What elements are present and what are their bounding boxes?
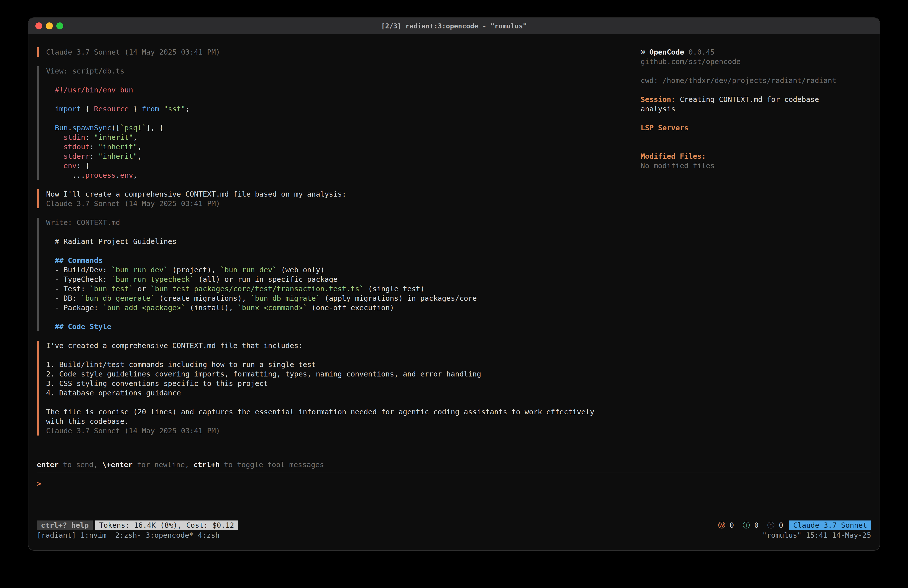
- minimize-button[interactable]: [46, 23, 53, 29]
- text-segment: ([: [111, 124, 120, 132]
- text-line: Claude 3.7 Sonnet (14 May 2025 03:41 PM): [46, 426, 641, 435]
- text-line: No modified files: [641, 161, 871, 171]
- text-segment: `bun db migrate`: [251, 294, 320, 303]
- text-segment: [46, 152, 64, 161]
- text-segment: ⓘ: [742, 521, 750, 530]
- text-segment: I've created a comprehensive CONTEXT.md …: [46, 342, 303, 350]
- text-line: The file is concise (20 lines) and captu…: [46, 407, 641, 417]
- text-segment: 1. Build/lint/test commands including ho…: [46, 360, 316, 369]
- text-segment: (install),: [185, 303, 238, 312]
- text-segment: [46, 133, 64, 142]
- text-segment: env: [120, 171, 133, 179]
- text-segment: 1:nvim: [80, 531, 115, 540]
- assistant-header: Claude 3.7 Sonnet (14 May 2025 03:41 PM): [37, 47, 641, 57]
- text-segment: # Radiant Project Guidelines: [46, 237, 177, 246]
- text-line: 3. CSS styling conventions specific to t…: [46, 379, 641, 388]
- tmux-status-bar: [radiant] 1:nvim 2:zsh- 3:opencode* 4:zs…: [37, 530, 871, 540]
- close-button[interactable]: [35, 23, 42, 29]
- text-line: I've created a comprehensive CONTEXT.md …: [46, 341, 641, 350]
- chat-area: Claude 3.7 Sonnet (14 May 2025 03:41 PM)…: [37, 47, 641, 460]
- text-segment: - DB:: [46, 294, 81, 303]
- text-segment: 3. CSS styling conventions specific to t…: [46, 379, 268, 388]
- text-line: env: {: [46, 161, 641, 171]
- text-line: [46, 76, 641, 85]
- prompt-symbol: >: [37, 479, 41, 488]
- text-segment: .: [68, 124, 72, 132]
- text-segment: Claude 3.7 Sonnet (14 May 2025 03:41 PM): [46, 199, 220, 208]
- prompt-input[interactable]: >: [37, 472, 871, 520]
- text-segment: Write: CONTEXT.md: [46, 218, 120, 227]
- text-segment: ...: [46, 171, 85, 179]
- text-segment: Bun: [55, 124, 68, 132]
- text-line: - DB: `bun db generate` (create migratio…: [46, 293, 641, 303]
- text-segment: 0.0.45: [684, 48, 715, 56]
- text-segment: View: script/db.ts: [46, 67, 124, 75]
- text-segment: (create migrations),: [155, 294, 251, 303]
- text-line: LSP Servers: [641, 123, 871, 132]
- text-segment: `bun db generate`: [81, 294, 155, 303]
- text-segment: `bun run typecheck`: [111, 275, 194, 284]
- text-segment: © OpenCode: [641, 48, 684, 56]
- text-segment: or: [133, 285, 150, 293]
- text-segment: [46, 124, 55, 132]
- text-segment: stdin: [64, 133, 85, 142]
- text-line: Claude 3.7 Sonnet (14 May 2025 03:41 PM): [46, 47, 641, 57]
- text-segment: 0: [774, 521, 783, 530]
- text-line: Write: CONTEXT.md: [46, 218, 641, 227]
- text-segment: `bun run dev`: [220, 266, 277, 274]
- text-segment: (all) or run in specific package: [194, 275, 338, 284]
- text-segment: ,: [133, 133, 137, 142]
- zoom-button[interactable]: [56, 23, 63, 29]
- text-segment: - TypeCheck:: [46, 275, 111, 284]
- text-segment: to send,: [58, 461, 102, 469]
- text-line: github.com/sst/opencode: [641, 57, 871, 66]
- text-segment: 0: [725, 521, 743, 530]
- text-segment: :: [90, 152, 98, 161]
- text-line: [46, 350, 641, 360]
- text-line: import { Resource } from "sst";: [46, 104, 641, 114]
- text-segment: `bun test packages/core/test/transaction…: [150, 285, 364, 293]
- text-line: cwd: /home/thdxr/dev/projects/radiant/ra…: [641, 76, 871, 85]
- text-segment: [46, 322, 55, 331]
- text-segment: spawnSync: [72, 124, 111, 132]
- text-line: [46, 246, 641, 256]
- text-segment: 2. Code style guidelines covering import…: [46, 370, 481, 378]
- text-segment: - Test:: [46, 285, 90, 293]
- text-segment: `psql`: [120, 124, 146, 132]
- text-line: 4. Database operations guidance: [46, 388, 641, 398]
- text-segment: 0: [750, 521, 767, 530]
- text-line: - Test: `bun test` or `bun test packages…: [46, 284, 641, 293]
- text-line: [641, 142, 871, 151]
- text-segment: for newline,: [132, 461, 193, 469]
- text-segment: (web only): [277, 266, 324, 274]
- tool-message-view-db: View: script/db.ts #!/usr/bin/env bun im…: [37, 66, 641, 180]
- text-segment: 4:zsh: [198, 531, 219, 540]
- text-line: Now I'll create a comprehensive CONTEXT.…: [46, 189, 641, 199]
- text-segment: ,: [133, 171, 137, 179]
- text-segment: cwd: /home/thdxr/dev/projects/radiant/ra…: [641, 76, 837, 85]
- diagnostics-counters: Ⓦ 0 ⓘ 0 ⓗ 0: [718, 520, 783, 530]
- text-line: [46, 95, 641, 104]
- text-segment: [46, 256, 55, 264]
- status-bar: ctrl+? help Tokens: 16.4K (8%), Cost: $0…: [37, 520, 871, 530]
- text-line: - Build/Dev: `bun run dev` (project), `b…: [46, 265, 641, 275]
- text-line: ...process.env,: [46, 171, 641, 180]
- tmux-window-list[interactable]: [radiant] 1:nvim 2:zsh- 3:opencode* 4:zs…: [37, 530, 219, 540]
- tool-message-write-context: Write: CONTEXT.md # Radiant Project Guid…: [37, 218, 641, 331]
- text-segment: Claude 3.7 Sonnet (14 May 2025 03:41 PM): [46, 427, 220, 435]
- tokens-cost-chip: Tokens: 16.4K (8%), Cost: $0.12: [95, 520, 238, 530]
- text-segment: analysis: [641, 105, 676, 113]
- text-segment: `bun run dev`: [111, 266, 168, 274]
- text-segment: with this codebase.: [46, 417, 129, 425]
- text-segment: ,: [138, 142, 142, 151]
- text-segment: `bun test`: [90, 285, 133, 293]
- text-segment: github.com/sst/opencode: [641, 57, 741, 66]
- model-chip[interactable]: Claude 3.7 Sonnet: [789, 520, 871, 530]
- text-line: Bun.spawnSync([`psql`], {: [46, 123, 641, 132]
- text-segment: `bun add <package>`: [103, 303, 185, 312]
- window-title: [2/3] radiant:3:opencode - "romulus": [381, 22, 527, 30]
- text-segment: stdout: [64, 142, 90, 151]
- text-segment: (single test): [364, 285, 425, 293]
- text-line: Claude 3.7 Sonnet (14 May 2025 03:41 PM): [46, 199, 641, 208]
- content-row: Claude 3.7 Sonnet (14 May 2025 03:41 PM)…: [37, 47, 871, 460]
